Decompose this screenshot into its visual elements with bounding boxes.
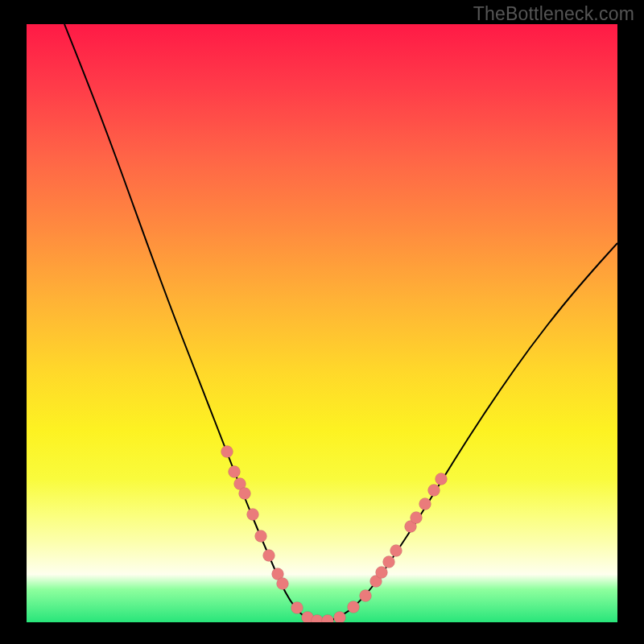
data-point [411,512,423,524]
data-point [390,545,402,557]
data-point [334,612,346,623]
chart-frame: TheBottleneck.com [0,0,644,644]
watermark-text: TheBottleneck.com [473,3,634,25]
data-point [322,615,334,623]
data-point [229,466,241,478]
data-point-group [221,446,448,623]
data-point [436,473,448,485]
data-point [291,602,303,614]
data-point [277,578,289,590]
left-curve [64,24,314,621]
data-point [239,488,251,500]
data-point [263,550,275,562]
chart-svg [27,24,617,622]
data-point [221,446,233,458]
data-point [360,590,372,602]
data-point [419,498,431,510]
plot-area [27,24,617,622]
data-point [348,601,360,613]
data-point [428,485,440,497]
right-curve [331,243,617,621]
data-point [383,556,395,568]
data-point [247,509,259,521]
data-point [376,567,388,579]
data-point [255,530,267,543]
